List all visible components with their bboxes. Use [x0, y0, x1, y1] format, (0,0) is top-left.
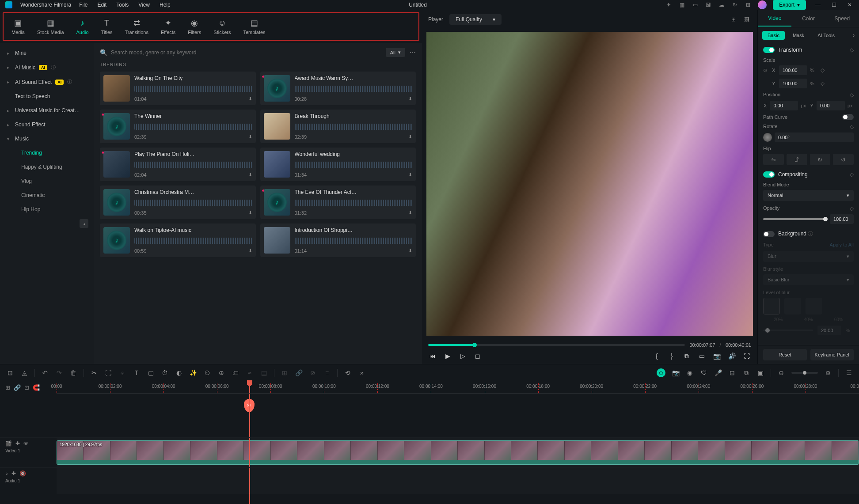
- sidebar-item-text-to-speech[interactable]: Text to Speech: [0, 89, 94, 103]
- window-maximize-icon[interactable]: ☐: [830, 1, 838, 9]
- apply-all-link[interactable]: Apply to All: [830, 242, 854, 247]
- pos-y-input[interactable]: [817, 101, 845, 110]
- expand-icon[interactable]: »: [358, 369, 366, 377]
- menu-tools[interactable]: Tools: [116, 2, 129, 8]
- sidebar-item-sound-effect[interactable]: ▸Sound Effect: [0, 117, 94, 132]
- webcam-icon[interactable]: ◉: [686, 369, 694, 377]
- flip-h-button[interactable]: ⇋: [763, 154, 784, 165]
- keyframe-icon[interactable]: ◇: [821, 80, 825, 87]
- prev-frame-button[interactable]: ⏮: [428, 352, 437, 360]
- sidebar-collapse-button[interactable]: ◂: [80, 219, 88, 228]
- tab-color[interactable]: Color: [791, 11, 825, 26]
- sync-icon[interactable]: ↻: [731, 1, 738, 8]
- library-icon[interactable]: ▥: [678, 1, 685, 8]
- tab-speed[interactable]: Speed: [825, 11, 859, 26]
- keyframe-icon[interactable]: ◇: [821, 67, 825, 73]
- export-button[interactable]: Export▾: [773, 0, 806, 10]
- track-card[interactable]: Walking On The City01:04⬇: [100, 72, 256, 105]
- fullscreen-icon[interactable]: ⛶: [742, 352, 751, 360]
- dup-icon[interactable]: ⧉: [742, 369, 750, 377]
- color-icon[interactable]: ◐: [175, 369, 183, 377]
- sidebar-item-mine[interactable]: ▸Mine: [0, 46, 94, 60]
- timeline-ruler[interactable]: 00:0000:00:02:0000:00:04:0000:00:06:0000…: [57, 381, 859, 394]
- scale-y-input[interactable]: [779, 79, 807, 88]
- menu-edit[interactable]: Edit: [98, 2, 107, 8]
- preview-video[interactable]: [426, 32, 753, 336]
- blur-preset-60[interactable]: [806, 298, 822, 315]
- download-icon[interactable]: ⬇: [408, 248, 412, 254]
- download-icon[interactable]: ⬇: [248, 96, 252, 102]
- subtab-basic[interactable]: Basic: [762, 31, 785, 40]
- keyframe-panel-button[interactable]: Keyframe Panel: [810, 349, 854, 360]
- mark-out-icon[interactable]: }: [667, 352, 676, 360]
- mic-icon[interactable]: 🎤: [714, 369, 722, 377]
- keyframe-icon[interactable]: ◇: [850, 124, 854, 130]
- reset-button[interactable]: Reset: [763, 349, 807, 360]
- subtab-more-icon[interactable]: ›: [853, 32, 855, 38]
- sidebar-sub-hip-hop[interactable]: Hip Hop: [0, 202, 94, 216]
- snap-icon[interactable]: ▣: [756, 369, 764, 377]
- link-scale-icon[interactable]: ⊘: [763, 68, 768, 73]
- download-icon[interactable]: ⬇: [248, 210, 252, 216]
- blur-style-dropdown[interactable]: Basic Blur▾: [763, 274, 854, 285]
- media-tab-titles[interactable]: TTitles: [101, 18, 113, 35]
- lasso-tool-icon[interactable]: ◬: [20, 369, 28, 377]
- download-icon[interactable]: ⬇: [408, 172, 412, 178]
- stop-button[interactable]: ◻: [473, 352, 482, 360]
- window-close-icon[interactable]: ✕: [846, 1, 854, 9]
- opacity-slider[interactable]: [763, 218, 825, 220]
- media-tab-effects[interactable]: ✦Effects: [161, 18, 175, 35]
- focus-icon[interactable]: ⊕: [217, 369, 225, 377]
- flip-v-button[interactable]: ⇵: [787, 154, 807, 165]
- trim-icon[interactable]: ⟐: [118, 369, 126, 377]
- track-card[interactable]: Break Through02:39⬇: [260, 110, 416, 143]
- filter-dropdown[interactable]: All▾: [386, 48, 405, 57]
- ruler-icon-3[interactable]: ⊡: [24, 384, 29, 391]
- ruler-icon-2[interactable]: 🔗: [14, 384, 21, 391]
- track-card[interactable]: ♦Play The Piano On Holi…02:04⬇: [100, 148, 256, 181]
- split-icon[interactable]: ✂: [90, 369, 98, 377]
- sidebar-item-ai-music[interactable]: ▸AI MusicAIⓘ: [0, 60, 94, 75]
- subtab-ai-tools[interactable]: AI Tools: [812, 31, 840, 40]
- sidebar-sub-trending[interactable]: Trending: [0, 146, 94, 160]
- ruler-icon-1[interactable]: ⊞: [5, 384, 10, 391]
- cloud-icon[interactable]: ☁: [718, 1, 725, 8]
- timer-icon[interactable]: ⏲: [203, 369, 211, 377]
- rotate-cw-button[interactable]: ↻: [810, 154, 831, 165]
- sidebar-item-music[interactable]: ▾Music: [0, 132, 94, 146]
- media-tab-audio[interactable]: ♪Audio: [76, 18, 89, 35]
- media-tab-stock-media[interactable]: ▦Stock Media: [37, 18, 64, 35]
- unlink-icon[interactable]: ⊘: [309, 369, 317, 377]
- shield-icon[interactable]: 🛡: [700, 369, 708, 377]
- adjust-icon[interactable]: ≈: [246, 369, 254, 377]
- menu-file[interactable]: File: [79, 2, 87, 8]
- mark-in-icon[interactable]: {: [652, 352, 661, 360]
- menu-view[interactable]: View: [138, 2, 150, 8]
- undo-icon[interactable]: ↶: [41, 369, 49, 377]
- rotate-knob[interactable]: [763, 133, 772, 142]
- blur-preset-20[interactable]: [763, 298, 780, 315]
- shape-icon[interactable]: ▢: [147, 369, 155, 377]
- sidebar-sub-cinematic[interactable]: Cinematic: [0, 188, 94, 202]
- crop-icon[interactable]: ⛶: [104, 369, 112, 377]
- media-tab-templates[interactable]: ▤Templates: [243, 18, 265, 35]
- mixer-icon[interactable]: ⊟: [728, 369, 736, 377]
- media-tab-filters[interactable]: ◉Filters: [188, 18, 201, 35]
- save-icon[interactable]: 🖫: [705, 1, 712, 8]
- opacity-input[interactable]: [830, 214, 854, 224]
- add-track-icon[interactable]: ✚: [15, 440, 20, 447]
- keyframe-icon[interactable]: ◇: [850, 171, 854, 178]
- quality-dropdown[interactable]: Full Quality▾: [449, 14, 502, 25]
- path-curve-toggle[interactable]: [842, 114, 854, 120]
- camera-icon[interactable]: 📷: [672, 369, 680, 377]
- zoom-in-icon[interactable]: ⊕: [824, 369, 832, 377]
- more-button[interactable]: ⋯: [410, 49, 416, 56]
- mute-icon[interactable]: 🔇: [19, 470, 26, 477]
- sidebar-sub-vlog[interactable]: Vlog: [0, 174, 94, 188]
- track-card[interactable]: Introduction Of Shoppi…01:14⬇: [260, 224, 416, 257]
- download-icon[interactable]: ⬇: [248, 134, 252, 140]
- scale-x-input[interactable]: [779, 65, 807, 75]
- user-avatar[interactable]: [758, 0, 767, 9]
- magnet-icon[interactable]: 🧲: [33, 384, 40, 391]
- blend-mode-dropdown[interactable]: Normal▾: [763, 190, 854, 201]
